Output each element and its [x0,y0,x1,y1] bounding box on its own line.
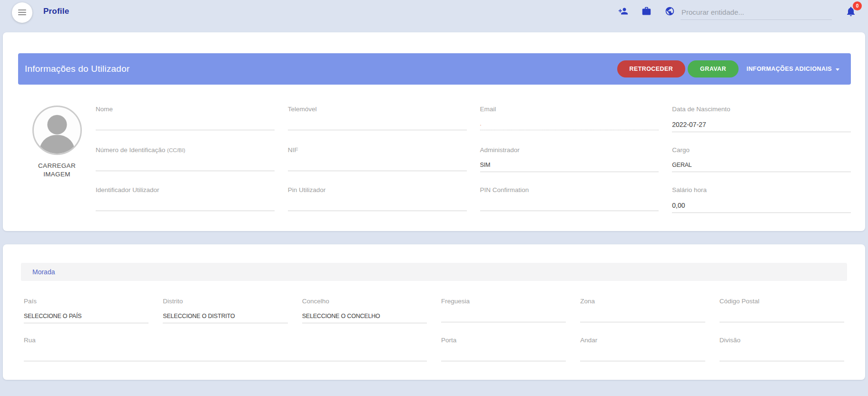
briefcase-button[interactable] [641,6,651,16]
field-zona: Zona [580,298,705,323]
field-label: Email [480,106,659,113]
topbar-actions: 0 [605,3,857,20]
field-distrito: Distrito SELECCIONE O DISTRITO [163,298,287,323]
freguesia-input[interactable] [441,313,566,322]
field-label: Freguesia [441,298,566,305]
morada-header: Morada [21,263,847,281]
data-nascimento-input[interactable]: 2022-07-27 [672,121,851,132]
field-label: Pin Utilizador [288,186,467,194]
field-freguesia: Freguesia [441,298,566,323]
informacoes-adicionais-dropdown[interactable]: INFORMAÇÕES ADICIONAIS [746,60,840,77]
zona-input[interactable] [580,313,705,322]
rua-input[interactable] [24,352,427,361]
field-rua: Rua [24,337,427,361]
salario-hora-input[interactable]: 0,00 [672,202,851,213]
caret-down-icon [836,68,839,71]
field-label: Salário hora [672,186,851,194]
hamburger-icon [18,8,26,17]
porta-input[interactable] [441,352,566,361]
field-nif: NIF [288,146,467,172]
field-label: Telemóvel [288,106,467,113]
avatar-column: CARREGAR IMAGEM [18,106,96,213]
field-label: Rua [24,337,427,344]
search-input[interactable] [681,7,832,20]
field-data-nascimento: Data de Nascimento 2022-07-27 [672,106,851,132]
concelho-select[interactable]: SELECCIONE O CONCELHO [302,313,427,323]
person-silhouette-icon [34,107,80,154]
dropdown-label: INFORMAÇÕES ADICIONAIS [747,66,832,72]
address-fields-grid: País SELECCIONE O PAÍS Distrito SELECCIO… [21,298,847,361]
field-label: Número de Identificação (CC/BI) [96,146,275,154]
field-label: Divisão [720,337,844,344]
email-input: . [480,121,659,130]
gravar-button[interactable]: GRAVAR [688,60,739,77]
add-person-button[interactable] [618,6,628,16]
nif-input[interactable] [288,162,467,171]
address-card: Morada País SELECCIONE O PAÍS Distrito S… [3,244,865,380]
card-header-actions: RETROCEDER GRAVAR INFORMAÇÕES ADICIONAIS [617,60,840,77]
pin-confirmation-input[interactable] [480,202,659,211]
entity-search [681,7,832,20]
codigo-postal-input[interactable] [720,313,844,322]
notification-badge: 0 [853,1,862,10]
nome-input[interactable] [96,121,275,130]
field-label: Porta [441,337,566,344]
topbar: Profile 0 [0,0,868,22]
field-cargo: Cargo GERAL [672,146,851,172]
field-codigo-postal: Código Postal [720,298,844,323]
field-label: Código Postal [720,298,844,305]
morada-title: Morada [32,268,55,276]
numero-identificacao-input[interactable] [96,162,275,171]
field-divisao: Divisão [720,337,844,361]
divisao-input[interactable] [720,352,844,361]
field-label: Identificador Utilizador [96,186,275,194]
user-form: CARREGAR IMAGEM Nome Telemóvel Email . D… [18,106,851,213]
field-pais: País SELECCIONE O PAÍS [24,298,148,323]
user-fields-grid: Nome Telemóvel Email . Data de Nasciment… [96,106,851,213]
briefcase-icon [641,6,651,16]
field-label: Zona [580,298,705,305]
field-salario-hora: Salário hora 0,00 [672,186,851,213]
field-label: NIF [288,146,467,154]
retroceder-button[interactable]: RETROCEDER [617,60,686,77]
user-info-card: Informações do Utilizador RETROCEDER GRA… [3,32,865,231]
globe-icon [665,6,675,16]
distrito-select[interactable]: SELECCIONE O DISTRITO [163,313,287,323]
upload-image-button[interactable]: CARREGAR IMAGEM [38,162,76,178]
pin-utilizador-input[interactable] [288,202,467,211]
field-pin-confirmation: PIN Confirmation [480,186,659,213]
page-title: Profile [43,7,69,16]
field-label: PIN Confirmation [480,186,659,194]
card-title: Informações do Utilizador [25,64,129,74]
menu-button[interactable] [12,2,32,23]
field-concelho: Concelho SELECCIONE O CONCELHO [302,298,427,323]
field-email: Email . [480,106,659,132]
field-label: Data de Nascimento [672,106,851,113]
field-label: Cargo [672,146,851,154]
field-numero-identificacao: Número de Identificação (CC/BI) [96,146,275,172]
identificador-utilizador-input[interactable] [96,202,275,211]
andar-input[interactable] [580,352,705,361]
field-label: Andar [580,337,705,344]
user-info-card-header: Informações do Utilizador RETROCEDER GRA… [18,53,851,85]
field-label: Nome [96,106,275,113]
cargo-select[interactable]: GERAL [672,162,851,172]
notifications: 0 [845,6,857,17]
field-andar: Andar [580,337,705,361]
field-administrador: Administrador SIM [480,146,659,172]
field-telemovel: Telemóvel [288,106,467,132]
field-pin-utilizador: Pin Utilizador [288,186,467,213]
pais-select[interactable]: SELECCIONE O PAÍS [24,313,148,323]
person-add-icon [618,6,628,16]
field-label: Administrador [480,146,659,154]
field-label: Distrito [163,298,287,305]
globe-button[interactable] [665,6,675,16]
telemovel-input[interactable] [288,121,467,130]
administrador-select[interactable]: SIM [480,162,659,172]
field-identificador-utilizador: Identificador Utilizador [96,186,275,213]
field-label: País [24,298,148,305]
field-nome: Nome [96,106,275,132]
avatar[interactable] [32,106,82,155]
field-porta: Porta [441,337,566,361]
field-label: Concelho [302,298,427,305]
